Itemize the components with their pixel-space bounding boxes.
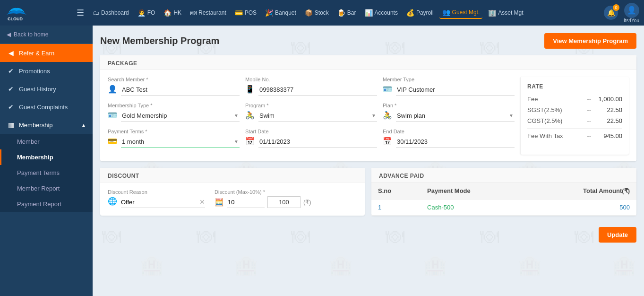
plan-select[interactable]: Swim plan Gym plan Spa plan: [396, 110, 515, 122]
view-membership-program-btn[interactable]: View Memership Program: [544, 33, 636, 49]
sidebar-sub-item-payment-terms[interactable]: Payment Terms: [0, 165, 93, 181]
sidebar-item-promotions[interactable]: ✔ Promotions: [0, 62, 93, 80]
program-select-wrapper: Swim Gym Spa ▼: [258, 110, 377, 122]
calendar-end-icon: 📅: [383, 137, 392, 148]
membership-type-select-wrapper: Gold Memership Silver Membership Bronze …: [121, 110, 240, 122]
plan-icon: 🚴: [383, 111, 392, 122]
back-arrow-icon: ◀: [7, 31, 11, 38]
rate-title: RATE: [527, 83, 622, 90]
nav-guest-mgt[interactable]: 👥 Guest Mgt.: [439, 7, 483, 19]
notification-btn[interactable]: 🔔 0: [604, 6, 618, 20]
rate-row-fee-with-tax: Fee With Tax -- 945.00: [527, 128, 622, 139]
discount-reason-clear-btn[interactable]: ✕: [199, 198, 205, 206]
table-row: 1 Cash-500 500: [371, 200, 636, 216]
member-type-label: Member Type: [383, 77, 515, 82]
restaurant-icon: 🍽: [190, 9, 197, 17]
membership-type-group: Membership Type * 🪪 Gold Memership Silve…: [108, 103, 240, 122]
col-sno: S.no: [371, 183, 421, 200]
sidebar-item-guest-history[interactable]: ✔ Guest History: [0, 80, 93, 98]
dashboard-icon: 🗂: [93, 9, 99, 17]
sidebar-item-membership[interactable]: ▦ Membership ▲: [0, 116, 93, 134]
update-row: Update: [100, 227, 636, 243]
search-member-field: 👤: [108, 84, 240, 96]
nav-accounts[interactable]: 📊 Accounts: [362, 7, 401, 18]
package-row-2: Membership Type * 🪪 Gold Memership Silve…: [108, 103, 515, 122]
payment-terms-label: Payment Terms *: [108, 129, 240, 134]
logo: CLOUD HOTEL ERP: [5, 3, 66, 22]
sidebar-item-refer-earn[interactable]: ◀ Refer & Earn: [0, 44, 93, 62]
membership-type-select[interactable]: Gold Memership Silver Membership Bronze …: [121, 110, 240, 122]
svg-text:CLOUD: CLOUD: [8, 17, 23, 21]
mobile-group: Mobile No. 📱: [245, 77, 377, 96]
sidebar-sub-item-member-report[interactable]: Member Report: [0, 181, 93, 196]
payroll-icon: 💰: [406, 9, 414, 17]
discount-amount-box: 100: [267, 196, 301, 208]
start-date-group: Start Date 📅: [245, 129, 377, 148]
phone-icon: 📱: [245, 85, 255, 96]
hk-icon: 🏠: [163, 9, 172, 17]
accounts-icon: 📊: [365, 9, 373, 17]
avatar-circle: 👤: [624, 3, 639, 18]
end-date-input[interactable]: [396, 136, 515, 148]
nav-fo[interactable]: 🧑‍💼 FO: [135, 7, 158, 18]
discount-pct-input[interactable]: [227, 197, 265, 208]
fo-icon: 🧑‍💼: [137, 9, 146, 17]
mobile-input[interactable]: [258, 84, 377, 96]
discount-pct-field: 🧮 100 (₹): [215, 196, 311, 208]
plan-select-wrapper: Swim plan Gym plan Spa plan ▼: [396, 110, 515, 122]
pos-icon: 💳: [235, 9, 243, 17]
guest-history-icon: ✔: [7, 85, 15, 93]
page-title: New Membership Program: [100, 35, 219, 46]
update-btn[interactable]: Update: [599, 227, 636, 243]
discount-reason-input[interactable]: [121, 199, 197, 206]
discount-pct-group: Discount (Max-10%) * 🧮 100 (₹): [215, 189, 311, 208]
top-nav-right: 🔔 0 👤 Its4You: [604, 3, 639, 23]
payment-terms-group: Payment Terms * 💳 1 month 3 months 6 mon…: [108, 129, 240, 148]
mobile-label: Mobile No.: [245, 77, 377, 82]
advance-table-header: S.no Payment Mode Total Amount(₹): [371, 183, 636, 200]
nav-pos[interactable]: 💳 POS: [232, 7, 259, 18]
package-row-1: Search Member * 👤 Mobile No. 📱: [108, 77, 515, 96]
user-avatar[interactable]: 👤 Its4You: [624, 3, 639, 23]
asset-mgt-icon: 🏢: [488, 9, 496, 17]
nav-hk[interactable]: 🏠 HK: [161, 7, 184, 18]
advance-table: S.no Payment Mode Total Amount(₹) 1 Cash…: [371, 183, 636, 216]
start-date-label: Start Date: [245, 129, 377, 134]
sidebar-back-btn[interactable]: ◀ Back to home: [0, 26, 93, 44]
advance-section-title: ADVANCE PAID: [371, 168, 636, 183]
nav-stock[interactable]: 📦 Stock: [302, 7, 332, 18]
sidebar-sub-item-member[interactable]: Member: [0, 134, 93, 149]
svg-text:HOTEL ERP: HOTEL ERP: [6, 21, 25, 22]
nav-restaurant[interactable]: 🍽 Restaurant: [187, 7, 229, 18]
hamburger-btn[interactable]: ☰: [74, 5, 87, 21]
plan-group: Plan * 🚴 Swim plan Gym plan Spa plan ▼: [383, 103, 515, 122]
nav-dashboard[interactable]: 🗂 Dashboard: [90, 7, 132, 18]
promotions-icon: ✔: [7, 67, 15, 75]
nav-asset-mgt[interactable]: 🏢 Asset Mgt: [485, 7, 526, 18]
member-type-icon: 🪪: [383, 85, 392, 96]
bottom-row: DISCOUNT Discount Reason 🌐 ✕: [100, 168, 636, 222]
program-select[interactable]: Swim Gym Spa: [258, 110, 377, 122]
search-member-input[interactable]: [121, 84, 240, 96]
start-date-field: 📅: [245, 136, 377, 148]
discount-row: Discount Reason 🌐 ✕ Discount (Max-10%) *: [108, 189, 357, 208]
discount-pct-label: Discount (Max-10%) *: [215, 189, 311, 195]
rupee-symbol: (₹): [303, 199, 311, 206]
rate-box: RATE Fee -- 1,000.00 SGST(2.5%) -- 22.50…: [520, 77, 629, 155]
program-label: Program *: [245, 103, 377, 108]
discount-reason-field-wrap: 🌐 ✕: [108, 196, 205, 208]
payment-terms-select[interactable]: 1 month 3 months 6 months 12 months: [121, 136, 240, 148]
discount-reason-group: Discount Reason 🌐 ✕: [108, 189, 205, 208]
sidebar: ◀ Back to home ◀ Refer & Earn ✔ Promotio…: [0, 26, 93, 296]
start-date-input[interactable]: [258, 136, 377, 148]
nav-bar[interactable]: 🍺 Bar: [335, 7, 359, 18]
package-card: PACKAGE Search Member * 👤 Mobile No.: [100, 55, 636, 161]
sidebar-sub-item-payment-report[interactable]: Payment Report: [0, 196, 93, 212]
sidebar-sub-item-membership[interactable]: Membership: [0, 149, 93, 165]
member-type-field: 🪪: [383, 84, 515, 96]
sidebar-item-guest-complaints[interactable]: ✔ Guest Complaints: [0, 98, 93, 116]
payment-terms-icon: 💳: [108, 137, 117, 148]
nav-payroll[interactable]: 💰 Payroll: [404, 7, 437, 18]
nav-banquet[interactable]: 🎉 Banquet: [262, 7, 299, 18]
member-type-input[interactable]: [396, 84, 515, 96]
